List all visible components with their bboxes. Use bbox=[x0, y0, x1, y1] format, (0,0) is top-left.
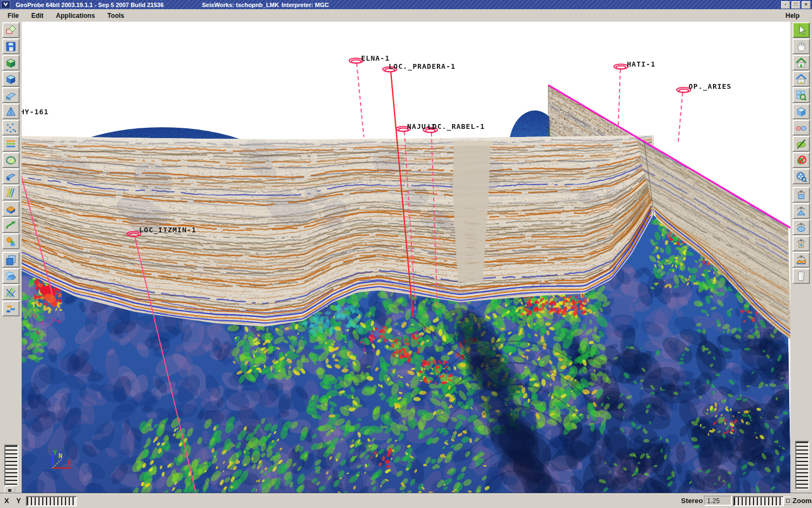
window-menu-glyph bbox=[3, 2, 9, 7]
zoom-reset-button[interactable] bbox=[784, 497, 792, 505]
patch-blobs-button[interactable] bbox=[2, 301, 19, 316]
save-view-icon bbox=[795, 73, 808, 86]
stereo-glasses-icon bbox=[795, 121, 808, 134]
movie-capture-icon bbox=[795, 170, 808, 183]
pointer-tool-icon bbox=[795, 24, 808, 37]
print-pages-button[interactable] bbox=[793, 268, 810, 284]
well-label-LOC_ITZMIN-1: LOC_ITZMIN-1 bbox=[139, 226, 197, 234]
right-thumbwheel[interactable] bbox=[795, 441, 809, 490]
fault-block-icon bbox=[4, 203, 17, 216]
stereo-glasses-button[interactable] bbox=[793, 120, 810, 135]
fault-slab-button[interactable] bbox=[2, 168, 19, 184]
x-axis-label: X bbox=[4, 497, 9, 505]
fault-block-button[interactable] bbox=[2, 201, 19, 217]
snapshot-ellipsoid-icon bbox=[795, 221, 808, 234]
menu-edit[interactable]: Edit bbox=[27, 10, 49, 21]
snapshot-surface-button[interactable] bbox=[793, 252, 810, 268]
geoprobe-window: GeoProbe 64bit 2003.19.1.1 - Sep 5 2007 … bbox=[0, 0, 812, 508]
3d-viewport[interactable]: HY-161LOC_ITZMIN-1ELNA-1LOC._PRADERA-1NA… bbox=[22, 22, 790, 494]
snapshot-object-button[interactable] bbox=[793, 236, 810, 251]
seismic-lines-button[interactable] bbox=[2, 185, 19, 200]
left-wheel-reset-button[interactable] bbox=[4, 486, 15, 494]
horizon-loop-button[interactable] bbox=[2, 152, 19, 168]
pointset-button[interactable] bbox=[2, 120, 19, 135]
axis-n-label: N bbox=[58, 452, 62, 460]
print-pages-icon bbox=[795, 270, 808, 283]
view-cube-icon bbox=[795, 105, 808, 118]
well-label-ELNA-1: ELNA-1 bbox=[361, 54, 390, 62]
disable-render-button[interactable] bbox=[793, 152, 810, 168]
snapshot-volume-button[interactable] bbox=[793, 187, 810, 203]
zoom-label: Zoom bbox=[793, 497, 811, 505]
pointer-tool-button[interactable] bbox=[793, 22, 810, 38]
right-toolbar bbox=[790, 22, 812, 494]
well-label-HY-161: HY-161 bbox=[22, 108, 49, 116]
probe-cube-green-icon bbox=[4, 56, 17, 69]
title-bar[interactable]: GeoProbe 64bit 2003.19.1.1 - Sep 5 2007 … bbox=[0, 0, 812, 9]
strata-layers-button[interactable] bbox=[2, 136, 19, 152]
geobody-button[interactable] bbox=[2, 233, 19, 249]
y-axis-label: Y bbox=[16, 497, 21, 505]
snapshot-ellipsoid-button[interactable] bbox=[793, 219, 810, 235]
window-controls: - □ × bbox=[781, 1, 810, 9]
slice-wedge-icon bbox=[4, 89, 17, 102]
menu-applications[interactable]: Applications bbox=[51, 10, 100, 21]
zoom-reset-glyph bbox=[786, 499, 790, 503]
pan-hand-button[interactable] bbox=[793, 38, 810, 54]
snapshot-pyramid-button[interactable] bbox=[793, 203, 810, 219]
stereo-label: Stereo bbox=[681, 497, 703, 505]
crossline-hatch-button[interactable] bbox=[2, 284, 19, 300]
seismic-scene-canvas[interactable] bbox=[22, 22, 790, 494]
left-toolbar bbox=[0, 22, 22, 494]
pointset-icon bbox=[4, 121, 17, 134]
snapshot-volume-icon bbox=[795, 188, 808, 201]
well-label-HATI-1: HATI-1 bbox=[627, 60, 656, 68]
copy-planes-button[interactable] bbox=[2, 252, 19, 268]
menu-file[interactable]: File bbox=[3, 10, 24, 21]
save-view-button[interactable] bbox=[793, 71, 810, 87]
window-title: GeoProbe 64bit 2003.19.1.1 - Sep 5 2007 … bbox=[16, 2, 163, 8]
hide-horizon-button[interactable] bbox=[793, 136, 810, 152]
crossline-hatch-icon bbox=[4, 286, 17, 299]
hide-horizon-icon bbox=[795, 138, 808, 151]
left-thumbwheel[interactable] bbox=[4, 445, 18, 486]
fault-slab-icon bbox=[4, 170, 17, 183]
ribbon-horizon-icon bbox=[4, 219, 17, 232]
snapshot-pyramid-icon bbox=[795, 205, 808, 218]
ellipsoid-stack-icon bbox=[4, 270, 17, 283]
stereo-value-field[interactable] bbox=[704, 496, 732, 506]
overlap-shapes-button[interactable] bbox=[2, 22, 19, 38]
copy-planes-icon bbox=[4, 253, 17, 266]
patch-blobs-icon bbox=[4, 302, 17, 315]
pan-hand-icon bbox=[795, 40, 808, 53]
status-bar: X Y Stereo Zoom bbox=[0, 493, 812, 508]
reset-glyph bbox=[8, 489, 11, 492]
slice-wedge-button[interactable] bbox=[2, 87, 19, 103]
zoom-thumbwheel[interactable] bbox=[733, 496, 784, 506]
geobody-icon bbox=[4, 235, 17, 248]
probe-cube-green-button[interactable] bbox=[2, 55, 19, 70]
save-button[interactable] bbox=[2, 38, 19, 54]
probe-cube-blue-button[interactable] bbox=[2, 71, 19, 87]
home-view-button[interactable] bbox=[793, 55, 810, 70]
well-label-OP._ARIES: OP._ARIES bbox=[689, 82, 731, 90]
orientation-axis: Y N X bbox=[46, 448, 78, 472]
maximize-button[interactable]: □ bbox=[791, 1, 800, 9]
axis-x-label: X bbox=[67, 459, 71, 467]
ribbon-horizon-button[interactable] bbox=[2, 217, 19, 233]
zoom-select-button[interactable] bbox=[793, 87, 810, 103]
well-label-LOC._RABEL-1: LOC._RABEL-1 bbox=[428, 122, 485, 131]
menu-items: FileEditApplicationsTools bbox=[0, 10, 129, 21]
overlap-shapes-icon bbox=[4, 24, 17, 37]
pyramid-button[interactable] bbox=[2, 103, 19, 119]
view-cube-button[interactable] bbox=[793, 103, 810, 119]
close-button[interactable]: × bbox=[802, 1, 810, 9]
menu-help[interactable]: Help bbox=[781, 10, 804, 21]
ellipsoid-stack-button[interactable] bbox=[2, 268, 19, 284]
minimize-button[interactable]: - bbox=[781, 1, 790, 9]
window-menu-icon[interactable] bbox=[1, 1, 10, 9]
movie-capture-button[interactable] bbox=[793, 168, 810, 184]
menu-tools[interactable]: Tools bbox=[102, 10, 129, 21]
horizon-loop-icon bbox=[4, 154, 17, 167]
xy-thumbwheel[interactable] bbox=[26, 496, 77, 506]
